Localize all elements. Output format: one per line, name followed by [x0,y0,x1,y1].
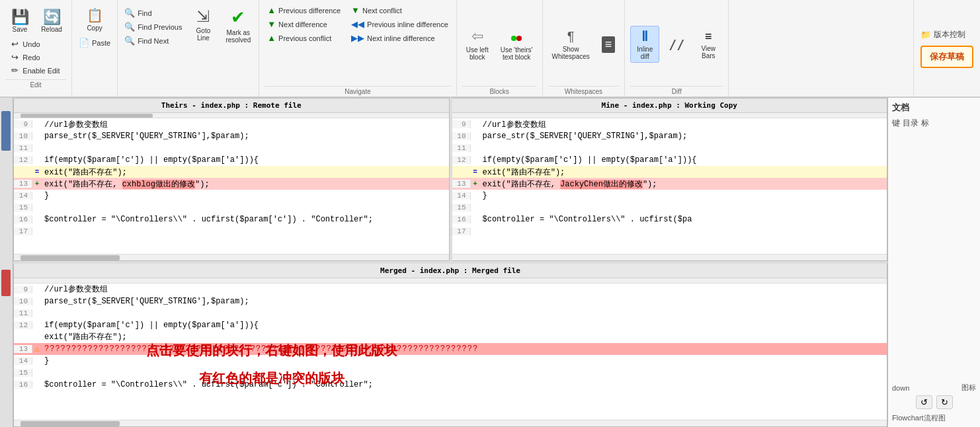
right-key-label[interactable]: 键 [892,118,900,129]
right-down-label: down [892,384,909,392]
right-flag-label[interactable]: 标 [921,118,929,129]
save-label: Save [13,26,28,33]
theirs-line-9: 9 //url参数变数组 [14,118,449,130]
mine-line-11: 11 [452,142,887,154]
theirs-line-eq: = exit("路由不存在"); [14,166,449,178]
theirs-body[interactable]: 9 //url参数变数组 10 parse_str($_SERVER['QUER… [14,118,449,254]
view-bars-icon: ≡ [705,30,712,44]
inline-diff-button[interactable]: Ⅱ Inline diff [630,26,659,63]
goto-icon: ⇲ [196,7,210,26]
find-next-button[interactable]: 🔍 Find Next [122,34,184,47]
enable-edit-icon: ✏ [11,65,19,75]
toolbar-file-group: 💾 Save 🔄 Reload ↩ Undo ↪ Redo ✏ Enable E… [0,0,72,97]
mine-line-10: 10 parse_str($_SERVER['QUERY_STRING'],$p… [452,130,887,142]
redo-icon: ↪ [11,52,19,62]
next-diff-button[interactable]: ▼ Next difference [265,18,343,30]
find-icon: 🔍 [124,8,135,18]
right-doc-label: 文档 [892,102,976,114]
enable-edit-button[interactable]: ✏ Enable Edit [9,64,62,77]
whitespace-group-label: Whitespaces [548,86,620,95]
mine-body[interactable]: 9 //url参数变数组 10 parse_str($_SERVER['QUER… [452,118,887,254]
undo-icon: ↩ [11,39,19,49]
redo-button[interactable]: ↪ Redo [9,51,62,63]
merged-panel: Merged - index.php : Merged file 9 //url… [13,264,887,428]
goto-line-button[interactable]: ⇲ Goto Line [188,5,218,44]
theirs-line-11: 11 [14,142,449,154]
merged-line-13: 13 ⚠ ???????????????????????????????????… [14,343,887,355]
toolbar-whitespace-group: ¶ Show Whitespaces ≡ Whitespaces [543,0,626,97]
save-draft-button[interactable]: 保存草稿 [920,46,973,68]
merged-body[interactable]: 9 //url参数变数组 10 parse_str($_SERVER['QUER… [14,284,887,420]
hash-button[interactable]: // [662,34,691,54]
theirs-header: Theirs - index.php : Remote file [14,98,449,113]
theirs-line-15: 15 [14,202,449,214]
find-previous-button[interactable]: 🔍 Find Previous [122,20,184,33]
copy-button[interactable]: 📋 Copy [81,5,108,34]
show-whitespaces-button[interactable]: ¶ Show Whitespaces [548,27,594,62]
use-theirs-button[interactable]: Use 'theirs' text block [497,26,537,63]
toolbar-copy-group: 📋 Copy 📄 Paste [72,0,118,97]
right-undo-button[interactable]: ↺ [916,395,932,409]
use-left-block-button[interactable]: ⇦ Use left block [462,26,493,63]
paste-button[interactable]: 📄 Paste [76,36,113,49]
whitespace-extra-icon: ≡ [602,36,616,53]
mine-line-14: 14 } [452,190,887,202]
prev-conflict-button[interactable]: ▲ Previous conflict [265,32,343,44]
mine-panel: Mine - index.php : Working Copy 9 //url参… [452,98,888,261]
theirs-line-13: 13 + exit("路由不存在, cxhblog做出的修改"); [14,178,449,190]
right-panel: 文档 键 目录 标 down 图标 ↺ ↻ Flowchart流程图 [887,98,980,427]
blocks-group-label: Blocks [462,86,537,95]
theirs-line-12: 12 if(empty($param['c']) || empty($param… [14,154,449,166]
theirs-panel: Theirs - index.php : Remote file 9 //url… [13,98,450,261]
prev-inline-icon: ◀◀ [351,19,364,29]
reload-button[interactable]: 🔄 Reload [37,8,66,35]
mine-line-16: 16 $controller = "\Controllers\\" . ucfi… [452,214,887,225]
version-control-label: 版本控制 [934,29,965,40]
whitespace-extra-button[interactable]: ≡ [598,34,620,55]
find-button[interactable]: 🔍 Find [122,7,184,19]
toolbar-navigate-group: ▲ Previous difference ▼ Next difference … [259,0,457,97]
prev-diff-button[interactable]: ▲ Previous difference [265,4,343,17]
merged-header: Merged - index.php : Merged file [14,264,887,278]
mine-line-17: 17 [452,225,887,237]
paste-icon: 📄 [79,38,89,48]
hash-icon: // [669,36,684,52]
reload-label: Reload [41,26,62,33]
view-bars-button[interactable]: ≡ View Bars [694,28,723,61]
merged-line-15: 15 [14,367,887,379]
merged-line-exit: exit("路由不存在"); [14,331,887,343]
merged-line-16: 16 $controller = "\Controllers\\" . ucfi… [14,379,887,391]
mine-line-15: 15 [452,202,887,214]
find-prev-icon: 🔍 [124,22,135,32]
right-catalog-label[interactable]: 目录 [903,118,919,129]
theirs-line-17: 17 [14,225,449,237]
right-icon-label: 图标 [961,383,976,393]
theirs-line-14: 14 } [14,190,449,202]
flowchart-label: Flowchart流程图 [892,413,976,423]
main-area: Theirs - index.php : Remote file 9 //url… [0,98,980,427]
merged-line-14: 14 } [14,355,887,367]
toolbar-find-group: 🔍 Find 🔍 Find Previous 🔍 Find Next ⇲ Got… [118,0,259,97]
next-conflict-button[interactable]: ▼ Next conflict [348,4,451,17]
merged-line-12: 12 if(empty($param['c']) || empty($param… [14,319,887,331]
prev-conflict-icon: ▲ [267,33,276,43]
version-control-icon: 📁 [920,30,931,40]
save-icon: 💾 [11,10,29,24]
copy-icon: 📋 [87,7,103,23]
editor-container: Theirs - index.php : Remote file 9 //url… [13,98,887,427]
theirs-line-10: 10 parse_str($_SERVER['QUERY_STRING'],$p… [14,130,449,142]
diff-group-label: Diff [630,86,723,95]
save-button[interactable]: 💾 Save [5,8,34,35]
mine-line-eq: = exit("路由不存在"); [452,166,887,178]
merged-line-11: 11 [14,307,887,319]
toolbar-diff-group: Ⅱ Inline diff // ≡ View Bars Diff [625,0,729,97]
right-redo-button[interactable]: ↻ [936,395,953,409]
merged-line-10: 10 parse_str($_SERVER['QUERY_STRING'],$p… [14,295,887,307]
merged-line-9: 9 //url参数变数组 [14,284,887,295]
prev-inline-diff-button[interactable]: ◀◀ Previous inline difference [348,18,451,30]
next-inline-diff-button[interactable]: ▶▶ Next inline difference [348,32,451,44]
undo-button[interactable]: ↩ Undo [9,38,62,50]
reload-icon: 🔄 [43,10,61,24]
next-inline-icon: ▶▶ [351,33,364,43]
mark-resolved-button[interactable]: ✔ Mark as resolved [222,5,255,46]
